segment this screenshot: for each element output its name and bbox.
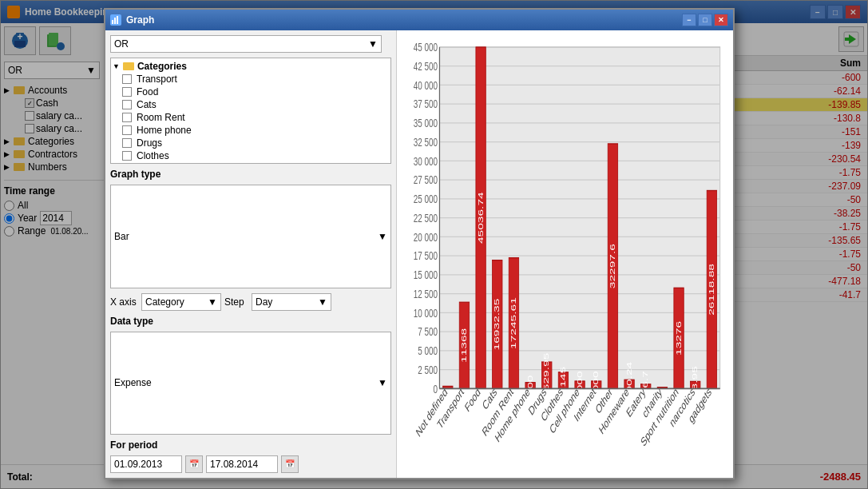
date-row: 01.09.2013 📅 17.08.2014 📅 — [110, 455, 391, 473]
tree-root[interactable]: ▼ Categories — [113, 60, 389, 73]
graph-close-button[interactable]: ✕ — [714, 14, 728, 26]
svg-text:11368: 11368 — [459, 328, 468, 363]
svg-rect-10 — [112, 20, 113, 24]
tree-item-cats[interactable]: Cats — [122, 98, 389, 111]
end-date-input[interactable]: 17.08.2014 — [206, 455, 278, 473]
svg-rect-11 — [114, 18, 116, 24]
graph-maximize-button[interactable]: □ — [698, 14, 712, 26]
graph-icon — [110, 14, 121, 26]
end-date-value: 17.08.2014 — [210, 459, 258, 470]
svg-text:27 500: 27 500 — [414, 173, 438, 187]
svg-text:40 000: 40 000 — [414, 78, 438, 92]
start-date-input[interactable]: 01.09.2013 — [110, 455, 182, 473]
svg-text:30 000: 30 000 — [414, 153, 438, 168]
bar-chart: 45 00042 50040 00037 50035 00032 50030 0… — [403, 37, 727, 471]
graph-type-dropdown[interactable]: Bar ▼ — [110, 185, 391, 288]
svg-text:26118.88: 26118.88 — [707, 264, 715, 316]
end-cal-button[interactable]: 📅 — [281, 455, 299, 473]
graph-chart-area: 45 00042 50040 00037 50035 00032 50030 0… — [397, 30, 733, 478]
svg-text:42 500: 42 500 — [414, 59, 438, 74]
svg-text:37 500: 37 500 — [414, 97, 438, 111]
svg-text:45036.74: 45036.74 — [475, 192, 484, 244]
svg-text:32297.6: 32297.6 — [608, 244, 616, 288]
graph-window: Graph − □ ✕ OR ▼ ▼ Categories TransportF… — [104, 8, 735, 479]
svg-text:17 500: 17 500 — [414, 248, 438, 263]
tree-item-cell-phone[interactable]: Cell phone — [122, 162, 389, 164]
categories-tree: ▼ Categories TransportFoodCatsRoom RentH… — [110, 58, 391, 164]
svg-text:35 000: 35 000 — [414, 116, 438, 130]
data-type-dropdown[interactable]: Expense ▼ — [110, 332, 391, 435]
xaxis-label: X axis — [110, 296, 138, 308]
start-cal-button[interactable]: 📅 — [185, 455, 203, 473]
svg-text:5 000: 5 000 — [418, 344, 438, 358]
svg-text:13276: 13276 — [673, 321, 682, 356]
tree-item-drugs[interactable]: Drugs — [122, 137, 389, 149]
svg-text:20 000: 20 000 — [414, 229, 438, 244]
start-date-value: 01.09.2013 — [114, 459, 162, 470]
graph-type-label: Graph type — [110, 169, 174, 180]
graph-titlebar-controls: − □ ✕ — [682, 14, 728, 26]
svg-text:12 500: 12 500 — [414, 287, 438, 301]
tree-item-room-rent[interactable]: Room Rent — [122, 111, 389, 124]
svg-text:16932.35: 16932.35 — [492, 299, 501, 351]
data-type-label: Data type — [110, 316, 174, 327]
svg-text:25 000: 25 000 — [414, 192, 438, 206]
graph-left-panel: OR ▼ ▼ Categories TransportFoodCatsRoom … — [105, 30, 397, 478]
graph-type-row: Graph type — [110, 169, 391, 180]
svg-text:10 000: 10 000 — [414, 305, 438, 320]
step-label: Step — [224, 296, 248, 308]
data-type-row: Data type — [110, 316, 391, 327]
tree-item-food[interactable]: Food — [122, 85, 389, 98]
svg-text:45 000: 45 000 — [414, 40, 438, 54]
tree-item-home-phone[interactable]: Home phone — [122, 124, 389, 137]
svg-rect-12 — [117, 16, 118, 24]
xaxis-row: X axis Category ▼ Step Day ▼ — [110, 293, 391, 311]
svg-text:15 000: 15 000 — [414, 268, 438, 282]
graph-body: OR ▼ ▼ Categories TransportFoodCatsRoom … — [105, 30, 733, 478]
graph-titlebar: Graph − □ ✕ — [105, 10, 733, 30]
graph-or-dropdown[interactable]: OR ▼ — [110, 35, 382, 53]
tree-root-label: Categories — [137, 61, 187, 72]
graph-title: Graph — [126, 14, 154, 26]
tree-items: TransportFoodCatsRoom RentHome phoneDrug… — [113, 73, 389, 164]
graph-minimize-button[interactable]: − — [682, 14, 696, 26]
period-label: For period — [110, 439, 391, 451]
svg-text:17245.61: 17245.61 — [509, 297, 517, 349]
svg-text:32 500: 32 500 — [414, 135, 438, 149]
svg-text:22 500: 22 500 — [414, 211, 438, 225]
step-dropdown[interactable]: Day ▼ — [252, 293, 331, 311]
svg-text:2 500: 2 500 — [418, 363, 438, 377]
svg-text:7 500: 7 500 — [418, 324, 438, 339]
xaxis-dropdown[interactable]: Category ▼ — [141, 293, 221, 311]
tree-item-transport[interactable]: Transport — [122, 73, 389, 85]
tree-item-clothes[interactable]: Clothes — [122, 149, 389, 162]
chart-container: 45 00042 50040 00037 50035 00032 50030 0… — [403, 37, 727, 471]
